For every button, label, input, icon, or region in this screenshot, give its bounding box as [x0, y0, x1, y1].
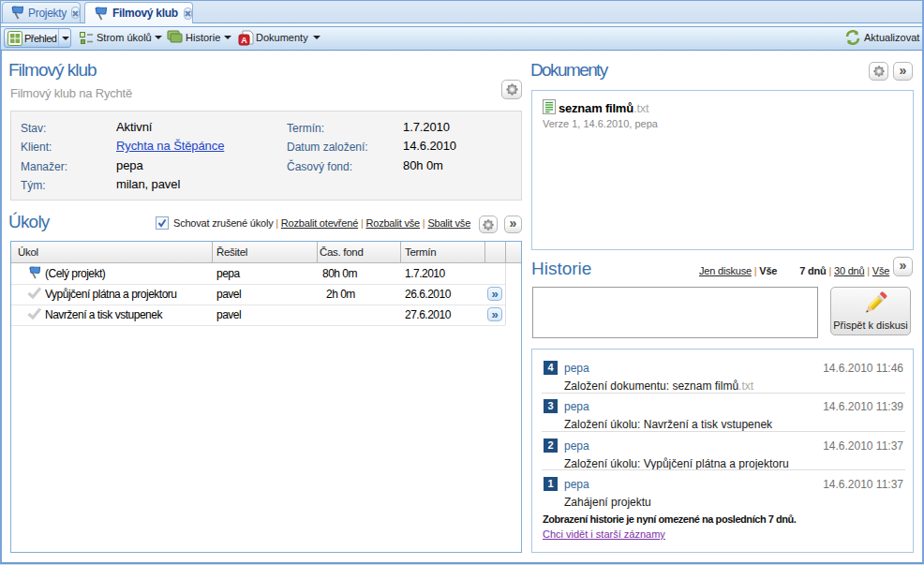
svg-text:A: A: [241, 35, 247, 44]
